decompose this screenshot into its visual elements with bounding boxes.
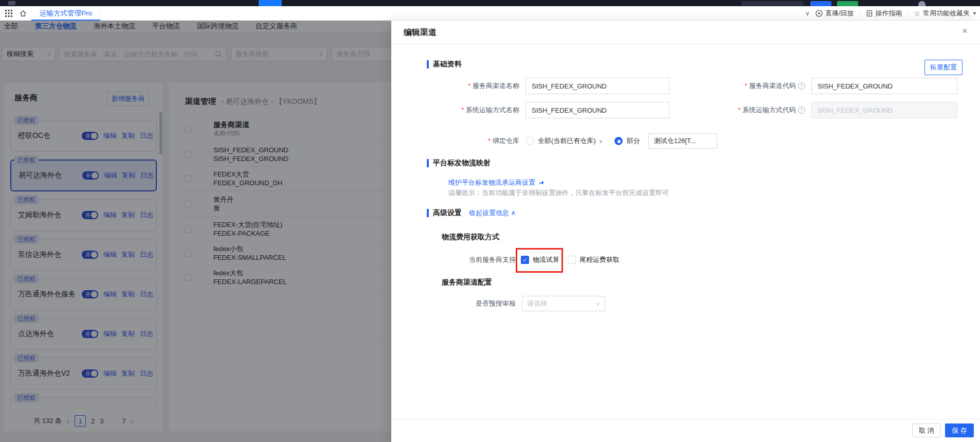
maintain-carrier-settings-link-label: 维护平台标发物流承运商设置 bbox=[448, 178, 535, 187]
menu-item-guide[interactable]: 操作指南 bbox=[866, 9, 902, 18]
collapse-chevron-icon[interactable]: ∨ bbox=[805, 10, 810, 17]
field-bind-warehouse: 绑定仓库 全部(当前已有仓库) ∨ 部分 测试仓126[T... bbox=[402, 132, 717, 150]
menu-separator bbox=[908, 10, 909, 17]
radio-partial-warehouses-label: 部分 bbox=[627, 136, 640, 146]
home-icon[interactable] bbox=[19, 9, 27, 17]
chevron-down-icon[interactable]: ∨ bbox=[599, 138, 603, 145]
field-transport-code: 系统运输方式代码 ? bbox=[669, 102, 957, 118]
save-button[interactable]: 保 存 bbox=[945, 423, 974, 437]
fee-method-title: 物流费用获取方式 bbox=[442, 233, 499, 242]
radio-partial-warehouses[interactable] bbox=[614, 137, 623, 145]
section-basic-info: 基础资料 bbox=[427, 60, 462, 69]
top-strip-blue-button-fragment bbox=[810, 1, 831, 6]
field-channel-code: 服务商渠道代码 ? bbox=[669, 78, 957, 94]
top-strip-avatar-fragment bbox=[918, 1, 925, 6]
section-bar bbox=[427, 209, 429, 217]
apps-grid-icon[interactable] bbox=[5, 10, 12, 17]
forecast-review-placeholder: 请选择 bbox=[527, 299, 547, 308]
drawer-header: 编辑渠道 × bbox=[391, 21, 980, 44]
transport-name-input[interactable] bbox=[525, 102, 669, 118]
field-transport-name: 系统运输方式名称 bbox=[402, 102, 669, 118]
field-channel-name: 服务商渠道名称 bbox=[402, 78, 669, 94]
mapping-hint-text: 温馨提示：当前功能属于非强制设置操作，只要在标发平台前完成设置即可 bbox=[448, 188, 669, 198]
bind-warehouse-label: 绑定仓库 bbox=[402, 136, 519, 146]
top-strip-input-fragment bbox=[741, 1, 803, 6]
tab-transport-mode-pro-label: 运输方式管理Pro bbox=[40, 9, 92, 18]
menu-item-live-replay-label: 直播/回放 bbox=[825, 9, 854, 18]
play-circle-icon bbox=[815, 10, 823, 17]
maintain-carrier-settings-link[interactable]: 维护平台标发物流承运商设置 bbox=[448, 178, 545, 187]
annotation-highlight-box bbox=[516, 248, 563, 273]
section-bar bbox=[427, 60, 429, 68]
forecast-review-row: 是否预报审核 请选择 ∨ bbox=[476, 296, 605, 311]
section-platform-mapping-title: 平台标发物流映射 bbox=[433, 158, 491, 168]
edit-channel-drawer: 编辑渠道 × 拓展配置 基础资料 服务商渠道名称 服务商渠道代码 ? 系统运输方… bbox=[391, 21, 980, 442]
collapse-settings-link[interactable]: 收起设置信息 ∧ bbox=[469, 208, 516, 218]
transport-code-label: 系统运输方式代码 bbox=[669, 105, 796, 115]
forecast-review-label: 是否预报审核 bbox=[476, 299, 516, 308]
provider-support-label: 当前服务商支持 bbox=[469, 255, 516, 264]
radio-all-warehouses[interactable] bbox=[525, 137, 534, 145]
channel-name-label: 服务商渠道名称 bbox=[402, 81, 519, 91]
info-icon: ? bbox=[798, 107, 805, 114]
radio-all-warehouses-label: 全部(当前已有仓库) bbox=[538, 136, 596, 146]
info-icon: ? bbox=[798, 82, 805, 90]
window-top-strip bbox=[0, 0, 980, 6]
document-icon bbox=[866, 10, 873, 17]
top-strip-blue-fragment bbox=[259, 0, 282, 6]
channel-name-input[interactable] bbox=[525, 78, 669, 94]
channel-code-label: 服务商渠道代码 bbox=[669, 81, 796, 91]
section-advanced: 高级设置 收起设置信息 ∧ bbox=[427, 208, 516, 218]
transport-code-input-disabled bbox=[811, 102, 957, 118]
star-icon: ☆ bbox=[914, 9, 921, 17]
menu-item-favorites-label: 常用功能收藏夹 bbox=[923, 9, 970, 18]
menu-item-guide-label: 操作指南 bbox=[876, 9, 902, 18]
section-bar bbox=[427, 159, 429, 167]
top-strip-green-button-fragment bbox=[837, 1, 858, 6]
drawer-footer: 取 消 保 存 bbox=[391, 419, 980, 442]
top-strip-logo-fragment bbox=[8, 1, 15, 5]
lastmile-fee-checkbox[interactable] bbox=[568, 256, 576, 264]
menu-separator bbox=[860, 10, 860, 17]
transport-name-label: 系统运输方式名称 bbox=[402, 105, 519, 115]
menu-item-live-replay[interactable]: 直播/回放 bbox=[815, 9, 854, 18]
channel-config-title: 服务商渠道配置 bbox=[442, 278, 492, 287]
tabbar-right-menu: ∨ 直播/回放 操作指南 ☆ 常用功能收藏夹 ▼ bbox=[805, 6, 977, 21]
section-basic-info-title: 基础资料 bbox=[433, 60, 462, 69]
caret-down-icon: ▼ bbox=[972, 11, 977, 16]
expand-config-button[interactable]: 拓展配置 bbox=[924, 60, 963, 75]
section-platform-mapping: 平台标发物流映射 bbox=[427, 158, 491, 168]
menu-item-favorites[interactable]: ☆ 常用功能收藏夹 ▼ bbox=[914, 9, 977, 18]
share-arrow-icon bbox=[538, 180, 545, 186]
tab-transport-mode-pro[interactable]: 运输方式管理Pro bbox=[31, 6, 101, 21]
warehouse-select[interactable]: 测试仓126[T... bbox=[648, 133, 717, 149]
cancel-button[interactable]: 取 消 bbox=[912, 423, 941, 437]
drawer-title: 编辑渠道 bbox=[404, 27, 437, 38]
channel-code-input[interactable] bbox=[811, 78, 957, 94]
chevron-down-icon: ∨ bbox=[596, 300, 600, 307]
modal-backdrop[interactable] bbox=[0, 21, 391, 442]
forecast-review-select[interactable]: 请选择 ∨ bbox=[522, 296, 605, 311]
close-icon[interactable]: × bbox=[962, 26, 968, 36]
section-advanced-title: 高级设置 bbox=[433, 208, 462, 218]
app-tabbar: 运输方式管理Pro ∨ 直播/回放 操作指南 ☆ 常用功能收藏夹 ▼ bbox=[0, 6, 980, 21]
lastmile-fee-label: 尾程运费获取 bbox=[579, 255, 620, 264]
